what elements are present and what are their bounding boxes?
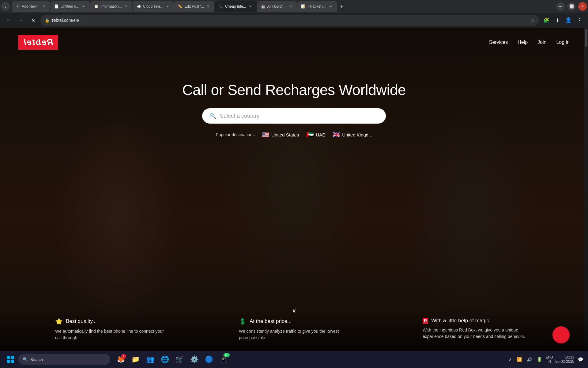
tab-close-btn[interactable]: ✕ xyxy=(328,4,333,9)
taskbar-settings[interactable]: ⚙️ xyxy=(187,353,201,366)
tab-title: Cheap Inte... xyxy=(225,4,246,9)
extensions-button[interactable]: 🧩 xyxy=(541,15,551,25)
tab-favicon: ✏️ xyxy=(178,4,183,9)
tab-title: Untitled d... xyxy=(61,4,79,9)
tab-close-btn[interactable]: ✕ xyxy=(165,4,170,9)
nav-login[interactable]: Log in xyxy=(556,40,570,45)
taskbar-chrome[interactable]: 🔵 xyxy=(202,353,216,366)
feature-price: 💲 At the best price... We consistently a… xyxy=(239,318,349,341)
tray-locale[interactable]: ENG IN xyxy=(546,355,553,364)
tab-close-btn[interactable]: ✕ xyxy=(288,4,293,9)
logo-container: Rebtel xyxy=(18,35,58,50)
menu-button[interactable]: ⋮ xyxy=(575,15,584,25)
tray-time[interactable]: 16:13 20-02-2025 xyxy=(556,355,574,364)
site-nav: Rebtel Services Help Join Log in xyxy=(0,28,588,57)
tab-favicon: ➕ xyxy=(15,4,20,9)
back-button[interactable]: ← xyxy=(4,15,13,25)
taskbar-apps: 🦊 1 📁 👥 🌐 🛒 ⚙️ 🔵 📱 99+ xyxy=(114,353,230,366)
start-button[interactable] xyxy=(4,353,17,366)
feature-magic-header: R With a little help of magic xyxy=(423,318,533,324)
tab-ai-flowch[interactable]: 🤖 AI Flowch... ✕ xyxy=(257,1,297,12)
download-button[interactable]: ⬇ xyxy=(552,15,562,25)
windows-icon xyxy=(7,356,14,363)
tab-favicon: 🤖 xyxy=(261,4,266,9)
destination-uae[interactable]: 🇦🇪 UAE xyxy=(306,131,325,138)
reload-button[interactable]: ✕ xyxy=(28,15,38,25)
redbox-icon: R xyxy=(423,318,428,324)
tray-up-arrow[interactable]: ∧ xyxy=(507,356,513,363)
tab-favicon: 📞 xyxy=(219,4,223,9)
tab-add-new[interactable]: ➕ Add New... ✕ xyxy=(12,1,50,12)
tab-favicon: 📝 xyxy=(301,4,306,9)
tab-cheap-inte[interactable]: 📞 Cheap Inte... ✕ xyxy=(215,1,257,12)
forward-button[interactable]: → xyxy=(16,15,26,25)
destination-uae-name: UAE xyxy=(316,132,325,137)
taskbar-search[interactable]: 🔍 Search xyxy=(18,354,110,365)
star-icon[interactable]: ☆ xyxy=(530,17,535,23)
tab-close-btn[interactable]: ✕ xyxy=(124,4,129,9)
new-tab-button[interactable]: + xyxy=(337,2,346,11)
taskbar-edge[interactable]: 🌐 xyxy=(158,353,172,366)
restore-btn[interactable]: ⬜ xyxy=(567,2,576,11)
popular-destinations: Popular destinations 🇺🇸 United States 🇦🇪… xyxy=(216,131,372,138)
tab-information[interactable]: 📋 Information... ✕ xyxy=(90,1,132,12)
country-search-bar[interactable]: 🔍 Select a country xyxy=(202,108,386,124)
destination-uk[interactable]: 🇬🇧 United Kingd... xyxy=(333,131,372,138)
feature-quality-title: Best quality... xyxy=(66,318,97,324)
address-bar: ← → ✕ 🔒 rebtel.com/en/ ☆ 🧩 ⬇ 👤 ⋮ xyxy=(0,13,588,28)
website-content: Rebtel Services Help Join Log in Call or… xyxy=(0,28,588,351)
tab-untitled[interactable]: 📄 Untitled d... ✕ xyxy=(51,1,90,12)
tab-title: Add New... xyxy=(22,4,40,9)
locale-region: IN xyxy=(546,359,553,364)
destination-us[interactable]: 🇺🇸 United States xyxy=(262,131,299,138)
tab-close-btn[interactable]: ✕ xyxy=(81,4,86,9)
feature-magic: R With a little help of magic With the i… xyxy=(423,318,533,341)
tab-napkin[interactable]: 📝 - Napkin /... ✕ xyxy=(297,1,337,12)
destination-us-name: United States xyxy=(271,132,299,137)
feature-quality: ⭐ Best quality... We automatically find … xyxy=(55,318,165,341)
notification-badge: 1 xyxy=(121,354,126,359)
url-bar[interactable]: 🔒 rebtel.com/en/ ☆ xyxy=(40,15,539,26)
taskbar-whatsapp[interactable]: 📱 99+ xyxy=(217,353,230,366)
nav-help[interactable]: Help xyxy=(518,40,528,45)
tray-battery[interactable]: 🔋 xyxy=(536,356,543,363)
tab-cloud[interactable]: ☁️ Cloud Tele... ✕ xyxy=(133,1,174,12)
search-placeholder: Select a country xyxy=(220,113,259,119)
feature-magic-title: With a little help of magic xyxy=(431,318,489,324)
destination-uk-name: United Kingd... xyxy=(342,132,372,137)
profile-button[interactable]: 👤 xyxy=(564,15,573,25)
minimize-btn[interactable]: — xyxy=(556,2,565,11)
taskbar-file-explorer[interactable]: 📁 xyxy=(129,353,142,366)
nav-services[interactable]: Services xyxy=(489,40,508,45)
hero-title: Call or Send Recharges Worldwide xyxy=(182,82,406,98)
tab-close-btn[interactable]: ✕ xyxy=(41,4,46,9)
tray-network[interactable]: 📶 xyxy=(515,356,523,363)
features-section: ⭐ Best quality... We automatically find … xyxy=(0,308,588,351)
taskbar-store[interactable]: 🛒 xyxy=(173,353,186,366)
tab-favicon: 📄 xyxy=(54,4,59,9)
nav-join[interactable]: Join xyxy=(537,40,546,45)
whatsapp-badge: 99+ xyxy=(224,353,230,357)
site-logo[interactable]: Rebtel xyxy=(18,35,58,50)
tab-edit-post[interactable]: ✏️ Edit Post '... ✕ xyxy=(174,1,214,12)
address-bar-actions: 🧩 ⬇ 👤 ⋮ xyxy=(541,15,584,25)
feature-price-title: At the best price... xyxy=(250,318,292,324)
close-btn[interactable]: ✕ xyxy=(578,2,587,11)
hero-overlay xyxy=(0,28,588,351)
tab-group-btn[interactable]: ⌄ xyxy=(1,2,10,11)
taskbar-teams[interactable]: 👥 xyxy=(143,353,157,366)
hero-section: Rebtel Services Help Join Log in Call or… xyxy=(0,28,588,351)
flag-uk: 🇬🇧 xyxy=(333,131,340,138)
tab-bar-left: ⌄ xyxy=(1,2,10,11)
feature-quality-header: ⭐ Best quality... xyxy=(55,318,165,325)
feature-price-desc: We consistently analyze traffic to give … xyxy=(239,328,349,341)
time-display: 16:13 xyxy=(556,355,574,359)
tab-close-btn[interactable]: ✕ xyxy=(248,4,253,9)
tray-volume[interactable]: 🔊 xyxy=(526,356,533,363)
tab-close-btn[interactable]: ✕ xyxy=(206,4,211,9)
tab-title: - Napkin /... xyxy=(307,4,326,9)
red-circle-button[interactable] xyxy=(552,326,570,343)
tab-favicon: ☁️ xyxy=(137,4,141,9)
notifications-icon[interactable]: 💬 xyxy=(577,356,584,363)
flag-uae: 🇦🇪 xyxy=(306,131,314,138)
